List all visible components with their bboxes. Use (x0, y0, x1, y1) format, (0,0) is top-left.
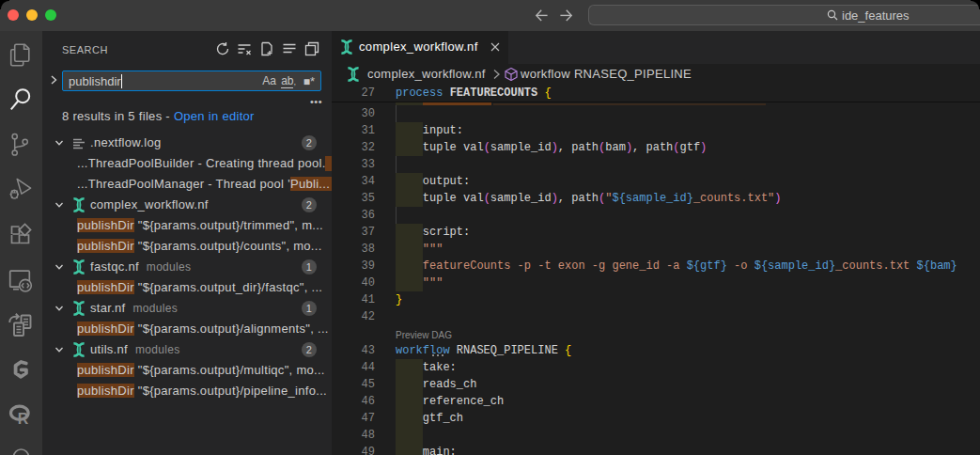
svg-text:R: R (18, 411, 29, 427)
